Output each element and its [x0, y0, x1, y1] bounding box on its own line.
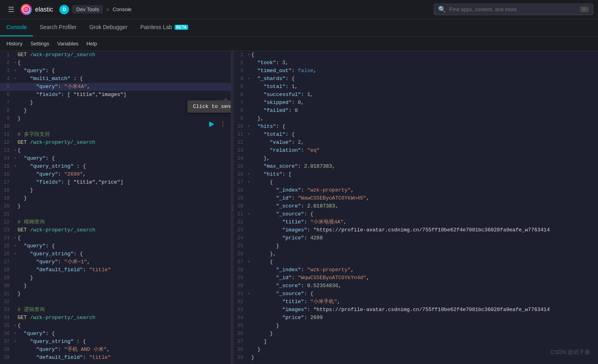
fold-icon[interactable]: ▾	[13, 234, 18, 242]
line-number: 28	[0, 266, 13, 274]
fold-icon[interactable]: ▾	[13, 250, 18, 258]
editor-line[interactable]: 39 "default_field": "title"	[0, 354, 231, 362]
editor-line[interactable]: 23 GET /wzk-property/_search	[0, 226, 231, 234]
fold-icon[interactable]: ▾	[246, 178, 251, 186]
fold-icon[interactable]: ▾	[246, 258, 251, 266]
tab-console[interactable]: Console	[0, 19, 33, 36]
editor-line[interactable]: 5 "query": "小米4A",	[0, 83, 231, 91]
editor-line[interactable]: 1 GET /wzk-property/_search	[0, 51, 231, 59]
fold-icon[interactable]: ▾	[13, 242, 18, 250]
line-number: 36	[234, 330, 246, 338]
hamburger-button[interactable]: ☰	[5, 4, 18, 16]
line-code: "_index": "wzk-property",	[251, 266, 596, 274]
line-number: 25	[0, 242, 13, 250]
editor-line[interactable]: 25 ▾ "query": {	[0, 242, 231, 250]
line-number: 17	[234, 178, 246, 186]
editor-line[interactable]: 15 ▾ "query_string" : {	[0, 162, 231, 170]
result-line: 14 },	[234, 155, 598, 162]
tab-painless-lab[interactable]: Painless Lab BETA	[134, 19, 195, 36]
result-line: 23 "images": "https://profile-avatar.csd…	[234, 226, 598, 234]
editor-line[interactable]: 35 ▾ {	[0, 322, 231, 330]
line-number: 19	[0, 194, 13, 202]
line-code: # 多字段支持	[18, 131, 229, 139]
editor-line[interactable]: 14 ▾ "query": {	[0, 155, 231, 162]
fold-icon[interactable]: ▾	[13, 59, 18, 67]
editor-line[interactable]: 28 "default_field": "title"	[0, 266, 231, 274]
result-line: 3 "timed_out": false,	[234, 67, 598, 75]
editor-line[interactable]: 11 # 多字段支持	[0, 131, 231, 139]
editor-line[interactable]: 9 }	[0, 115, 231, 123]
line-number: 3	[234, 67, 246, 75]
line-number: 25	[234, 242, 246, 250]
editor-line[interactable]: 19 }	[0, 194, 231, 202]
line-code: "title": "小米电视4A",	[251, 218, 596, 226]
fold-icon[interactable]: ▾	[246, 170, 251, 178]
editor-line[interactable]: 24 ▾ {	[0, 234, 231, 242]
fold-icon[interactable]: ▾	[13, 67, 18, 75]
line-code: "title": "小米手机",	[251, 298, 596, 306]
editor-line[interactable]: 29 }	[0, 274, 231, 282]
line-number: 19	[234, 194, 246, 202]
editor-line[interactable]: 37 ▾ "query_string" : {	[0, 338, 231, 346]
editor-line[interactable]: 13 ▾ {	[0, 147, 231, 155]
fold-icon[interactable]: ▾	[246, 210, 251, 218]
search-shortcut: ⌘/	[580, 6, 589, 12]
editor-line[interactable]: 12 GET /wzk-property/_search	[0, 139, 231, 147]
editor-line[interactable]: 22 # 模糊查询	[0, 218, 231, 226]
result-line: 6 "successful": 1,	[234, 91, 598, 99]
fold-icon[interactable]: ▾	[13, 322, 18, 330]
editor-line[interactable]: 10	[0, 123, 231, 131]
fold-icon[interactable]: ▾	[13, 75, 18, 83]
editor-line[interactable]: 20 }	[0, 202, 231, 210]
fold-icon[interactable]: ▾	[13, 330, 18, 338]
elastic-logo: elastic	[21, 4, 53, 15]
play-button[interactable]	[207, 119, 216, 129]
line-number: 26	[234, 250, 246, 258]
line-number: 24	[234, 234, 246, 242]
line-code: GET /wzk-property/_search	[18, 139, 229, 147]
editor-line[interactable]: 38 "query": "手机 AND 小米",	[0, 346, 231, 354]
editor-line[interactable]: 34 GET /wzk-property/_search	[0, 314, 231, 322]
line-code: "_index": "wzk-property",	[251, 186, 596, 194]
fold-icon[interactable]: ▾	[13, 338, 18, 346]
editor-line[interactable]: 32	[0, 298, 231, 306]
nav-variables[interactable]: Variables	[57, 41, 78, 47]
fold-icon[interactable]: ▾	[246, 131, 251, 139]
editor-line[interactable]: 26 ▾ "query_string": {	[0, 250, 231, 258]
editor-line[interactable]: 30 }	[0, 282, 231, 290]
line-number: 29	[0, 274, 13, 282]
fold-icon[interactable]: ▾	[246, 290, 251, 298]
editor-line[interactable]: 6 "fields": [ "title","images"]	[0, 91, 231, 99]
editor-line[interactable]: 17 "fields": [ "title","price"]	[0, 178, 231, 186]
editor-line[interactable]: 21	[0, 210, 231, 218]
editor-line[interactable]: 3 ▾ "query": {	[0, 67, 231, 75]
nav-help[interactable]: Help	[87, 41, 97, 47]
fold-icon[interactable]: ▾	[13, 147, 18, 155]
nav-settings[interactable]: Settings	[30, 41, 49, 47]
breadcrumb-devtools[interactable]: Dev Tools	[72, 5, 103, 14]
nav-history[interactable]: History	[6, 41, 22, 47]
editor-line[interactable]: 36 ▾ "query": {	[0, 330, 231, 338]
editor-line[interactable]: 18 }	[0, 186, 231, 194]
line-code: }	[251, 242, 596, 250]
tab-grok-debugger[interactable]: Grok Debugger	[83, 19, 134, 36]
fold-icon[interactable]: ▾	[13, 162, 18, 170]
line-code: GET /wzk-property/_search	[18, 314, 229, 322]
fold-icon[interactable]: ▾	[246, 123, 251, 131]
editor-line[interactable]: 33 # 逻辑查询	[0, 306, 231, 314]
editor-line[interactable]: 31 }	[0, 290, 231, 298]
search-input[interactable]	[449, 6, 577, 12]
global-search[interactable]: 🔍 ⌘/	[434, 4, 593, 15]
tab-search-profiler[interactable]: Search Profiler	[33, 19, 83, 36]
editor-line[interactable]: 27 "query": "小米~1",	[0, 258, 231, 266]
fold-icon[interactable]: ▾	[246, 51, 251, 59]
more-button[interactable]: ⋮	[218, 119, 228, 129]
fold-icon[interactable]: ▾	[13, 155, 18, 162]
editor-line[interactable]: 4 ▾ "multi_match" : {	[0, 75, 231, 83]
result-line: 1 ▾ {	[234, 51, 598, 59]
fold-icon[interactable]: ▾	[246, 75, 251, 83]
line-number: 33	[0, 306, 13, 314]
editor-content[interactable]: 1 GET /wzk-property/_search 2 ▾ { 3 ▾ "q…	[0, 51, 231, 364]
editor-line[interactable]: 16 "query": "2699",	[0, 170, 231, 178]
editor-line[interactable]: 2 ▾ {	[0, 59, 231, 67]
